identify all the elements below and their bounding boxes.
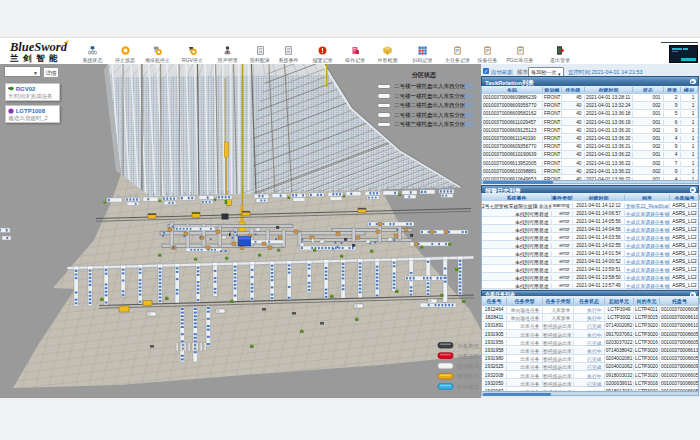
svg-text:手动模式: 手动模式: [457, 384, 480, 390]
svg-text:自动模式: 自动模式: [457, 363, 480, 369]
svg-text:暂停模式: 暂停模式: [457, 373, 480, 380]
svg-text:设备离线: 设备离线: [457, 343, 480, 349]
svg-text:设备故障: 设备故障: [457, 353, 480, 360]
